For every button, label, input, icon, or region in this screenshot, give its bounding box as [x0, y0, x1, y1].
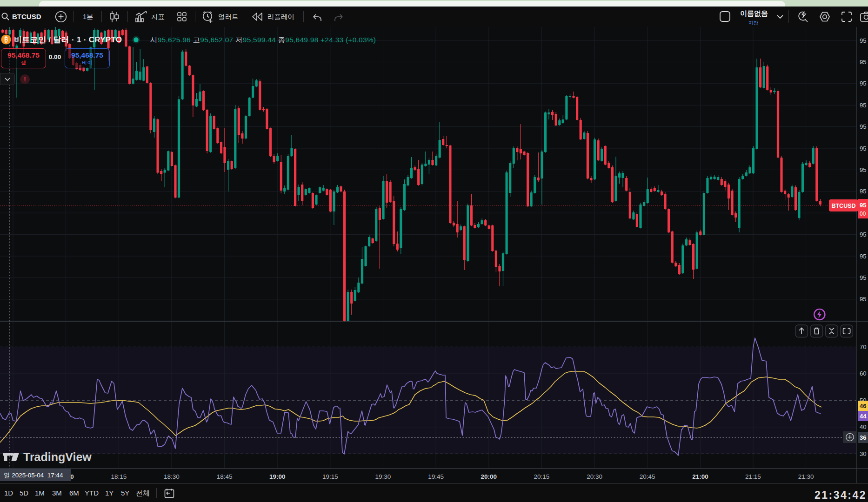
- svg-text:70: 70: [860, 343, 866, 350]
- svg-text:95: 95: [860, 102, 866, 109]
- svg-text:95: 95: [860, 80, 866, 87]
- svg-text:18:15: 18:15: [111, 473, 127, 480]
- svg-text:19:45: 19:45: [428, 473, 444, 480]
- svg-text:95: 95: [860, 166, 866, 173]
- svg-text:00: 00: [860, 211, 866, 217]
- svg-text:21:15: 21:15: [745, 473, 761, 480]
- svg-text:21:30: 21:30: [798, 473, 814, 480]
- svg-text:44: 44: [860, 413, 867, 420]
- svg-text:95: 95: [860, 231, 866, 238]
- svg-text:21:00: 21:00: [692, 473, 708, 480]
- svg-text:95: 95: [860, 188, 866, 195]
- svg-text:20:15: 20:15: [534, 473, 550, 480]
- svg-text:95: 95: [860, 123, 866, 130]
- svg-text:40: 40: [860, 423, 866, 430]
- svg-text:95: 95: [860, 145, 866, 152]
- svg-text:일 2025-05-04 17:44: 일 2025-05-04 17:44: [4, 472, 63, 479]
- svg-text:95: 95: [860, 202, 866, 209]
- svg-text:30: 30: [860, 450, 866, 457]
- svg-text:TradingView: TradingView: [23, 450, 92, 463]
- svg-text:18:45: 18:45: [217, 473, 233, 480]
- svg-text:95: 95: [860, 59, 866, 66]
- svg-text:46: 46: [860, 403, 866, 410]
- svg-text:20:00: 20:00: [481, 473, 497, 480]
- svg-text:19:15: 19:15: [322, 473, 338, 480]
- svg-text:95: 95: [860, 274, 866, 281]
- svg-text:20:45: 20:45: [640, 473, 655, 480]
- svg-text:19:30: 19:30: [375, 473, 391, 480]
- svg-text:BTCUSD: BTCUSD: [831, 203, 855, 209]
- svg-text:95: 95: [860, 296, 866, 303]
- svg-text:60: 60: [860, 370, 866, 377]
- svg-text:18:30: 18:30: [164, 473, 180, 480]
- svg-text:95: 95: [860, 37, 866, 44]
- svg-text:95: 95: [860, 253, 866, 260]
- svg-text:20:30: 20:30: [587, 473, 602, 480]
- svg-text:36: 36: [860, 434, 866, 441]
- svg-text:19:00: 19:00: [269, 473, 286, 480]
